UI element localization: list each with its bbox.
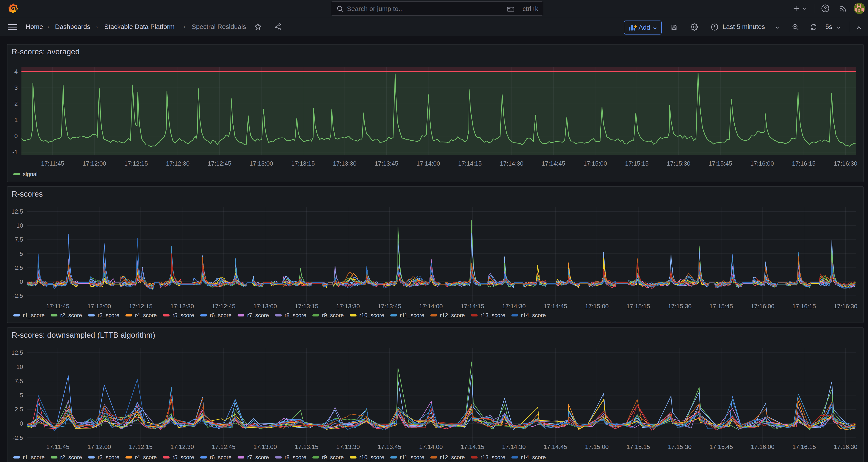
svg-text:17:16:30: 17:16:30 xyxy=(834,160,857,167)
svg-text:17:16:00: 17:16:00 xyxy=(751,303,775,310)
svg-text:r6_score: r6_score xyxy=(210,454,231,460)
svg-text:7.5: 7.5 xyxy=(15,236,23,243)
svg-text:17:12:30: 17:12:30 xyxy=(170,303,194,310)
svg-text:17:16:15: 17:16:15 xyxy=(792,303,816,310)
svg-text:-2.5: -2.5 xyxy=(12,292,23,299)
svg-text:3: 3 xyxy=(14,84,18,91)
svg-text:17:16:15: 17:16:15 xyxy=(792,160,815,167)
svg-text:17:13:30: 17:13:30 xyxy=(336,303,360,310)
svg-text:-1: -1 xyxy=(12,149,18,156)
svg-text:7.5: 7.5 xyxy=(15,377,23,384)
svg-text:17:13:00: 17:13:00 xyxy=(253,303,277,310)
svg-text:17:15:00: 17:15:00 xyxy=(585,303,609,310)
svg-text:17:13:00: 17:13:00 xyxy=(249,160,273,167)
svg-text:r13_score: r13_score xyxy=(480,454,505,460)
svg-text:17:13:15: 17:13:15 xyxy=(295,443,318,450)
svg-text:signal: signal xyxy=(23,171,37,177)
svg-text:0: 0 xyxy=(14,132,18,140)
svg-text:17:11:45: 17:11:45 xyxy=(46,303,69,310)
svg-text:-2.5: -2.5 xyxy=(12,434,23,441)
svg-text:17:13:30: 17:13:30 xyxy=(336,443,360,450)
svg-text:10: 10 xyxy=(16,222,23,229)
svg-text:17:16:15: 17:16:15 xyxy=(792,443,816,450)
svg-text:r11_score: r11_score xyxy=(400,454,424,460)
svg-text:17:14:00: 17:14:00 xyxy=(416,160,440,167)
svg-text:17:15:45: 17:15:45 xyxy=(709,160,732,167)
svg-text:17:16:30: 17:16:30 xyxy=(834,303,857,310)
svg-text:r14_score: r14_score xyxy=(521,454,546,460)
svg-text:17:15:45: 17:15:45 xyxy=(709,443,733,450)
svg-text:17:15:30: 17:15:30 xyxy=(667,160,690,167)
svg-text:17:13:15: 17:13:15 xyxy=(295,303,318,310)
svg-text:r7_score: r7_score xyxy=(247,312,269,318)
svg-text:r3_score: r3_score xyxy=(98,312,119,318)
svg-text:17:15:00: 17:15:00 xyxy=(585,443,609,450)
svg-text:1: 1 xyxy=(14,116,18,123)
svg-text:12.5: 12.5 xyxy=(11,349,23,356)
svg-text:17:16:00: 17:16:00 xyxy=(751,443,775,450)
svg-text:r10_score: r10_score xyxy=(359,312,384,318)
svg-text:17:13:00: 17:13:00 xyxy=(253,443,277,450)
svg-text:r13_score: r13_score xyxy=(480,312,505,318)
svg-text:12.5: 12.5 xyxy=(11,208,23,215)
svg-text:2.5: 2.5 xyxy=(15,264,23,271)
svg-text:r1_score: r1_score xyxy=(23,454,44,460)
svg-text:r5_score: r5_score xyxy=(172,312,194,318)
svg-text:17:12:15: 17:12:15 xyxy=(124,160,148,167)
svg-text:17:15:15: 17:15:15 xyxy=(626,303,650,310)
svg-text:r8_score: r8_score xyxy=(285,312,306,318)
svg-text:r10_score: r10_score xyxy=(359,454,384,460)
svg-text:17:15:30: 17:15:30 xyxy=(668,443,691,450)
svg-text:17:12:15: 17:12:15 xyxy=(129,303,153,310)
svg-text:17:12:00: 17:12:00 xyxy=(83,160,106,167)
svg-text:17:12:15: 17:12:15 xyxy=(129,443,153,450)
svg-text:17:14:00: 17:14:00 xyxy=(419,303,443,310)
svg-text:17:13:45: 17:13:45 xyxy=(378,303,401,310)
svg-text:17:11:45: 17:11:45 xyxy=(46,443,69,450)
svg-text:r1_score: r1_score xyxy=(23,312,44,318)
svg-text:17:16:00: 17:16:00 xyxy=(750,160,774,167)
svg-text:17:14:30: 17:14:30 xyxy=(502,303,526,310)
svg-text:r2_score: r2_score xyxy=(60,454,82,460)
svg-text:17:14:15: 17:14:15 xyxy=(461,443,484,450)
svg-text:17:15:30: 17:15:30 xyxy=(668,303,691,310)
svg-text:r4_score: r4_score xyxy=(135,454,157,460)
svg-text:r2_score: r2_score xyxy=(60,312,82,318)
svg-text:17:13:45: 17:13:45 xyxy=(378,443,401,450)
svg-text:17:14:45: 17:14:45 xyxy=(544,303,567,310)
svg-text:5: 5 xyxy=(20,250,23,257)
svg-text:r12_score: r12_score xyxy=(440,454,465,460)
svg-text:r9_score: r9_score xyxy=(322,312,344,318)
svg-text:17:14:45: 17:14:45 xyxy=(544,443,567,450)
svg-text:17:14:00: 17:14:00 xyxy=(419,443,443,450)
svg-text:17:15:15: 17:15:15 xyxy=(625,160,649,167)
svg-text:17:14:30: 17:14:30 xyxy=(502,443,526,450)
svg-text:r4_score: r4_score xyxy=(135,312,157,318)
svg-text:17:12:00: 17:12:00 xyxy=(87,303,111,310)
svg-text:r9_score: r9_score xyxy=(322,454,344,460)
svg-text:17:12:00: 17:12:00 xyxy=(87,443,111,450)
svg-text:0: 0 xyxy=(20,278,23,285)
svg-text:17:15:45: 17:15:45 xyxy=(709,303,733,310)
svg-text:2.5: 2.5 xyxy=(15,406,23,413)
svg-text:0: 0 xyxy=(20,420,23,427)
svg-text:17:14:30: 17:14:30 xyxy=(500,160,523,167)
svg-text:17:13:15: 17:13:15 xyxy=(291,160,315,167)
svg-text:17:12:30: 17:12:30 xyxy=(166,160,190,167)
svg-text:17:14:45: 17:14:45 xyxy=(541,160,565,167)
svg-text:17:14:15: 17:14:15 xyxy=(458,160,482,167)
svg-text:17:15:00: 17:15:00 xyxy=(583,160,607,167)
svg-text:2: 2 xyxy=(14,100,18,107)
svg-text:r14_score: r14_score xyxy=(521,312,546,318)
svg-text:17:14:15: 17:14:15 xyxy=(461,303,484,310)
svg-text:17:15:15: 17:15:15 xyxy=(626,443,650,450)
svg-text:r8_score: r8_score xyxy=(285,454,306,460)
svg-text:17:12:45: 17:12:45 xyxy=(212,443,236,450)
svg-text:r3_score: r3_score xyxy=(98,454,119,460)
svg-text:r11_score: r11_score xyxy=(400,312,424,318)
svg-text:17:13:45: 17:13:45 xyxy=(375,160,398,167)
svg-text:17:12:45: 17:12:45 xyxy=(212,303,236,310)
svg-text:17:12:45: 17:12:45 xyxy=(208,160,231,167)
svg-text:r7_score: r7_score xyxy=(247,454,269,460)
svg-text:17:11:45: 17:11:45 xyxy=(41,160,64,167)
